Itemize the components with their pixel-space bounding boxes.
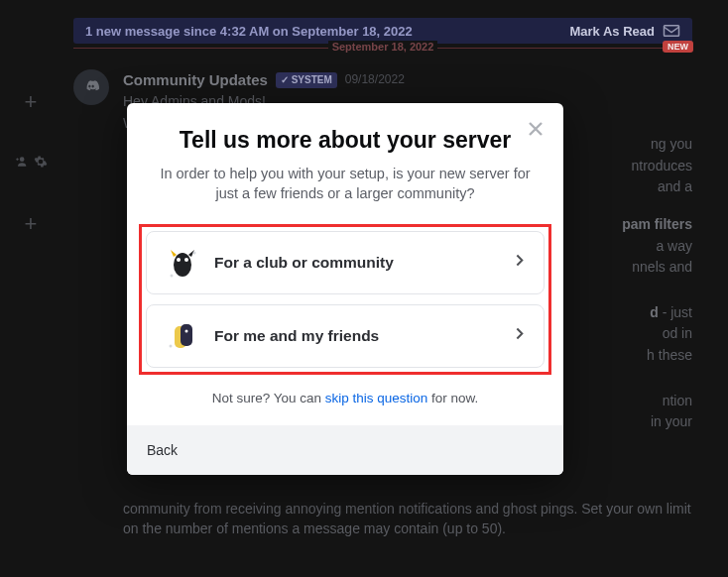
system-badge: ✓ SYSTEM bbox=[276, 72, 337, 88]
mark-as-read-button[interactable]: Mark As Read bbox=[570, 24, 681, 39]
message-author[interactable]: Community Updates bbox=[123, 69, 268, 90]
message-timestamp: 09/18/2022 bbox=[345, 71, 405, 88]
svg-point-5 bbox=[171, 274, 174, 277]
plus-icon[interactable]: + bbox=[25, 89, 38, 115]
option-highlight: For a club or community For me and my fr… bbox=[139, 224, 551, 375]
new-badge: NEW bbox=[663, 41, 693, 53]
svg-rect-1 bbox=[665, 26, 679, 37]
avatar[interactable] bbox=[73, 69, 109, 105]
svg-rect-8 bbox=[181, 324, 192, 346]
chevron-right-icon bbox=[511, 252, 528, 273]
back-button[interactable]: Back bbox=[147, 442, 178, 458]
svg-point-4 bbox=[184, 258, 188, 262]
date-divider: September 18, 2022 NEW bbox=[73, 48, 692, 49]
plus-icon[interactable]: + bbox=[25, 211, 38, 237]
add-friend-icon[interactable] bbox=[14, 155, 28, 172]
skip-link[interactable]: skip this question bbox=[325, 391, 428, 405]
server-setup-modal: Tell us more about your server In order … bbox=[127, 103, 563, 475]
option-label: For a club or community bbox=[214, 254, 511, 272]
option-club-community[interactable]: For a club or community bbox=[146, 231, 545, 294]
friends-icon bbox=[163, 316, 202, 356]
chevron-right-icon bbox=[511, 325, 528, 346]
option-label: For me and my friends bbox=[214, 327, 511, 345]
svg-point-0 bbox=[20, 157, 25, 162]
divider-date: September 18, 2022 bbox=[328, 41, 438, 49]
server-sidebar: + + bbox=[0, 0, 61, 577]
banner-text: 1 new message since 4:32 AM on September… bbox=[85, 24, 413, 39]
svg-point-2 bbox=[174, 253, 191, 277]
svg-point-3 bbox=[177, 258, 181, 262]
community-icon bbox=[163, 243, 202, 283]
svg-point-10 bbox=[170, 344, 173, 347]
option-friends[interactable]: For me and my friends bbox=[146, 304, 545, 368]
svg-point-6 bbox=[193, 251, 196, 254]
message-continuation: community from receiving annoying mentio… bbox=[123, 500, 692, 538]
gear-icon[interactable] bbox=[34, 155, 48, 172]
svg-point-9 bbox=[185, 329, 188, 332]
modal-title: Tell us more about your server bbox=[151, 127, 540, 154]
close-button[interactable] bbox=[524, 117, 547, 141]
skip-row: Not sure? You can skip this question for… bbox=[127, 383, 563, 425]
modal-subtitle: In order to help you with your setup, is… bbox=[151, 164, 540, 204]
